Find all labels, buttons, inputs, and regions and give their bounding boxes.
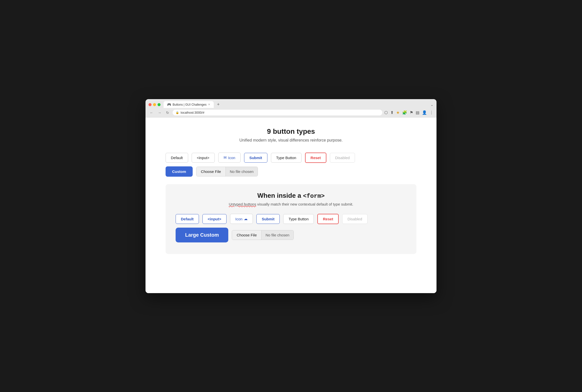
- icon-button-label: Icon: [228, 156, 235, 160]
- form-icon-button-label: Icon: [235, 217, 242, 221]
- profile-icon[interactable]: 👤: [422, 110, 427, 115]
- external-link-icon[interactable]: ⬡: [384, 110, 388, 115]
- new-tab-button[interactable]: +: [215, 101, 222, 108]
- back-button[interactable]: ←: [149, 110, 155, 116]
- page-content: 9 button types Unified modern style, vis…: [145, 117, 436, 293]
- form-submit-button[interactable]: Submit: [256, 214, 280, 224]
- default-button[interactable]: Default: [166, 153, 188, 163]
- address-bar: ← → ↻ 🔒 localhost:3000/# ⬡ ⬆ ★ 🧩 ⚑ ▤ 👤 ⋮: [145, 108, 436, 117]
- cloud-icon: ☁: [244, 217, 248, 221]
- buttons-row-2: Custom Choose File No file chosen: [166, 166, 416, 177]
- form-default-button[interactable]: Default: [176, 214, 199, 224]
- untyped-buttons-text: Untyped buttons: [229, 202, 256, 206]
- large-custom-button[interactable]: Large Custom: [176, 228, 228, 242]
- form-buttons-row-1: Default <input> Icon ☁ Submit Type Butto…: [176, 214, 406, 224]
- url-text: localhost:3000/#: [181, 111, 204, 114]
- form-code-tag: <form>: [303, 193, 325, 200]
- menu-icon[interactable]: ⋮: [429, 110, 433, 115]
- form-icon-button[interactable]: Icon ☁: [230, 214, 253, 224]
- page-title: 9 button types: [166, 127, 416, 136]
- reload-button[interactable]: ↻: [165, 110, 171, 116]
- no-file-chosen-label: No file chosen: [226, 167, 258, 176]
- form-subtitle: Untyped buttons visually match their new…: [176, 202, 406, 206]
- tab-chevron[interactable]: ⌄: [430, 103, 433, 107]
- form-section: When inside a <form> Untyped buttons vis…: [166, 184, 416, 254]
- flag-icon[interactable]: ⚑: [410, 110, 413, 115]
- forward-button[interactable]: →: [157, 110, 163, 116]
- sidebar-icon[interactable]: ▤: [416, 110, 419, 115]
- extensions-icon[interactable]: 🧩: [402, 110, 407, 115]
- custom-button[interactable]: Custom: [166, 166, 193, 177]
- form-disabled-button: Disabled: [342, 214, 367, 224]
- active-tab[interactable]: 🎮 Buttons | GUI Challenges ✕: [164, 101, 214, 108]
- close-button[interactable]: [149, 103, 152, 106]
- chrome-bar: 🎮 Buttons | GUI Challenges ✕ + ⌄ ← → ↻ 🔒…: [145, 99, 436, 117]
- form-choose-file-button[interactable]: Choose File: [232, 230, 261, 240]
- mail-icon: ✉: [224, 155, 227, 160]
- input-button[interactable]: <input>: [192, 153, 215, 163]
- maximize-button[interactable]: [158, 103, 161, 106]
- disabled-button: Disabled: [330, 153, 355, 163]
- page-subtitle: Unified modern style, visual differences…: [166, 138, 416, 143]
- reset-button[interactable]: Reset: [305, 153, 326, 163]
- type-button[interactable]: Type Button: [271, 153, 302, 163]
- minimize-button[interactable]: [153, 103, 156, 106]
- icon-button[interactable]: ✉ Icon: [218, 153, 241, 163]
- tab-bar: 🎮 Buttons | GUI Challenges ✕ + ⌄: [145, 99, 436, 108]
- toolbar-icons: ⬡ ⬆ ★ 🧩 ⚑ ▤ 👤 ⋮: [384, 110, 433, 115]
- traffic-lights: [149, 103, 161, 106]
- tab-title: Buttons | GUI Challenges: [173, 103, 206, 106]
- lock-icon: 🔒: [176, 111, 179, 114]
- share-icon[interactable]: ⬆: [390, 110, 394, 115]
- form-subtitle-rest: visually match their new contextual defa…: [256, 202, 353, 206]
- form-section-title: When inside a <form>: [176, 192, 406, 200]
- form-no-file-chosen-label: No file chosen: [262, 230, 294, 240]
- choose-file-button[interactable]: Choose File: [196, 167, 226, 176]
- submit-button[interactable]: Submit: [244, 153, 267, 163]
- tab-close-icon[interactable]: ✕: [208, 103, 210, 106]
- form-reset-button[interactable]: Reset: [317, 214, 339, 224]
- buttons-row-1: Default <input> ✉ Icon Submit Type Butto…: [166, 153, 416, 163]
- form-file-input[interactable]: Choose File No file chosen: [232, 230, 294, 240]
- form-type-button[interactable]: Type Button: [283, 214, 314, 224]
- browser-window: 🎮 Buttons | GUI Challenges ✕ + ⌄ ← → ↻ 🔒…: [145, 99, 436, 293]
- form-input-button[interactable]: <input>: [202, 214, 227, 224]
- tab-favicon: 🎮: [167, 103, 171, 106]
- file-input[interactable]: Choose File No file chosen: [196, 167, 258, 176]
- form-buttons-row-2: Large Custom Choose File No file chosen: [176, 228, 406, 242]
- form-title-prefix: When inside a: [257, 192, 303, 199]
- url-bar[interactable]: 🔒 localhost:3000/#: [173, 110, 382, 115]
- bookmark-icon[interactable]: ★: [396, 110, 400, 115]
